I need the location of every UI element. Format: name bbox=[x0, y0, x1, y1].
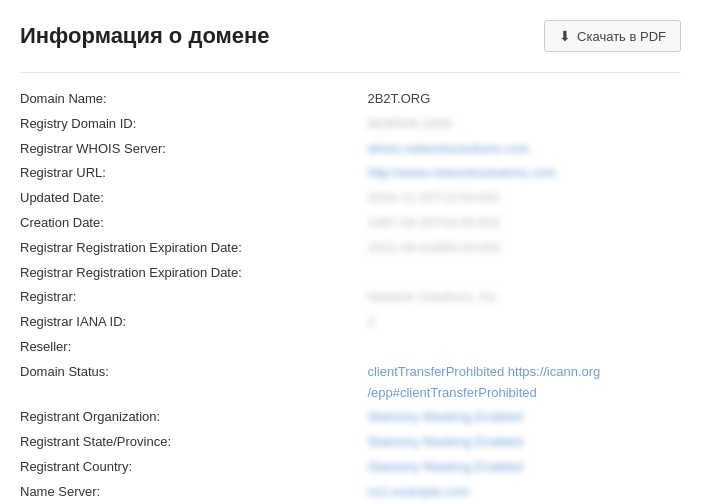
whois-row: Creation Date:1997-04-30T04:00:00Z bbox=[20, 211, 681, 236]
whois-row: Registrant Country:Statutory Masking Ena… bbox=[20, 455, 681, 480]
download-icon: ⬇ bbox=[559, 28, 571, 44]
whois-row: Domain Name:2B2T.ORG bbox=[20, 87, 681, 112]
whois-label: Registrar IANA ID: bbox=[20, 310, 367, 335]
whois-row: Registrar URL:http://www.networksolution… bbox=[20, 161, 681, 186]
whois-value: clientTransferProhibited https://icann.o… bbox=[367, 360, 681, 406]
whois-label: Registrant Country: bbox=[20, 455, 367, 480]
whois-table: Domain Name:2B2T.ORGRegistry Domain ID:8… bbox=[20, 87, 681, 503]
whois-row: Registrar Registration Expiration Date: bbox=[20, 261, 681, 286]
whois-value: http://www.networksolutions.com bbox=[367, 161, 681, 186]
whois-label: Name Server: bbox=[20, 480, 367, 503]
whois-row: Domain Status:clientTransferProhibited h… bbox=[20, 360, 681, 406]
whois-value: Statutory Masking Enabled bbox=[367, 405, 681, 430]
whois-label: Registrar Registration Expiration Date: bbox=[20, 261, 367, 286]
whois-row: Name Server:ns1.example.com bbox=[20, 480, 681, 503]
whois-row: Registrar:Network Solutions, Inc bbox=[20, 285, 681, 310]
whois-value: 2 bbox=[367, 310, 681, 335]
pdf-button-label: Скачать в PDF bbox=[577, 29, 666, 44]
whois-label: Reseller: bbox=[20, 335, 367, 360]
whois-row: Registrar WHOIS Server:whois.networksolu… bbox=[20, 137, 681, 162]
whois-label: Domain Status: bbox=[20, 360, 367, 406]
whois-label: Registrant Organization: bbox=[20, 405, 367, 430]
whois-value: Statutory Masking Enabled bbox=[367, 455, 681, 480]
whois-value bbox=[367, 261, 681, 286]
whois-label: Creation Date: bbox=[20, 211, 367, 236]
whois-label: Registrar Registration Expiration Date: bbox=[20, 236, 367, 261]
whois-value: Statutory Masking Enabled bbox=[367, 430, 681, 455]
whois-label: Registrar URL: bbox=[20, 161, 367, 186]
whois-row: Registry Domain ID:8836506-1808 bbox=[20, 112, 681, 137]
whois-value: whois.networksolutions.com bbox=[367, 137, 681, 162]
main-container: Информация о домене ⬇ Скачать в PDF Doma… bbox=[0, 0, 701, 503]
whois-row: Registrar Registration Expiration Date:2… bbox=[20, 236, 681, 261]
whois-label: Registrar: bbox=[20, 285, 367, 310]
header-divider bbox=[20, 72, 681, 73]
whois-row: Registrar IANA ID:2 bbox=[20, 310, 681, 335]
whois-value: Network Solutions, Inc bbox=[367, 285, 681, 310]
whois-value: 2019-11-20T13:54:002 bbox=[367, 186, 681, 211]
whois-row: Registrant Organization:Statutory Maskin… bbox=[20, 405, 681, 430]
whois-label: Registrar WHOIS Server: bbox=[20, 137, 367, 162]
whois-row: Reseller: bbox=[20, 335, 681, 360]
whois-label: Domain Name: bbox=[20, 87, 367, 112]
whois-value: 2021-09-01B06:00:00Z bbox=[367, 236, 681, 261]
page-header: Информация о домене ⬇ Скачать в PDF bbox=[20, 20, 681, 52]
download-pdf-button[interactable]: ⬇ Скачать в PDF bbox=[544, 20, 681, 52]
whois-row: Updated Date:2019-11-20T13:54:002 bbox=[20, 186, 681, 211]
whois-label: Registry Domain ID: bbox=[20, 112, 367, 137]
whois-label: Updated Date: bbox=[20, 186, 367, 211]
whois-value: 1997-04-30T04:00:00Z bbox=[367, 211, 681, 236]
page-title: Информация о домене bbox=[20, 23, 270, 49]
whois-value: ns1.example.com bbox=[367, 480, 681, 503]
whois-value: 2B2T.ORG bbox=[367, 87, 681, 112]
whois-value bbox=[367, 335, 681, 360]
whois-value: 8836506-1808 bbox=[367, 112, 681, 137]
whois-row: Registrant State/Province:Statutory Mask… bbox=[20, 430, 681, 455]
whois-label: Registrant State/Province: bbox=[20, 430, 367, 455]
